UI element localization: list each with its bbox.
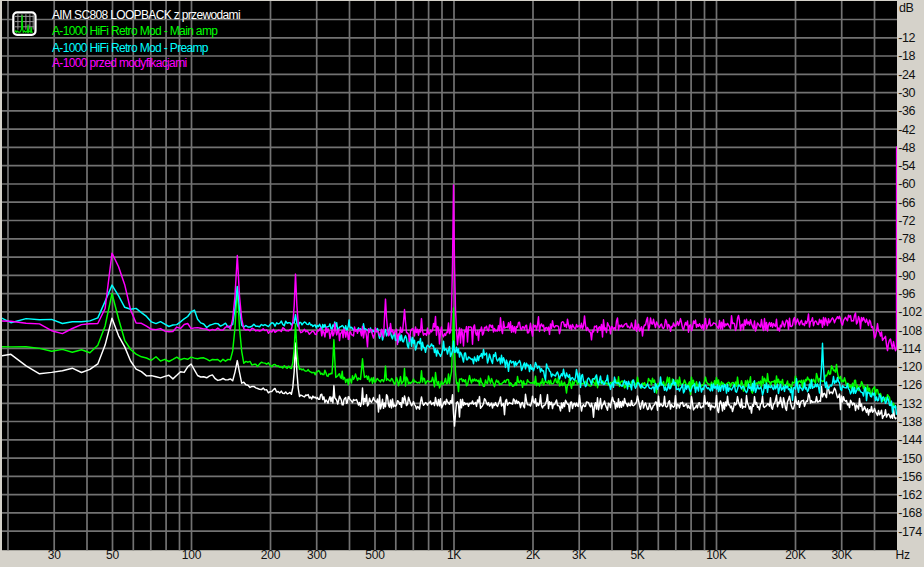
svg-text:-162: -162 (898, 488, 922, 502)
svg-text:30K: 30K (831, 548, 852, 562)
svg-text:-120: -120 (898, 360, 922, 374)
svg-text:-30: -30 (898, 86, 915, 100)
svg-text:3K: 3K (572, 548, 586, 562)
svg-text:-24: -24 (898, 68, 915, 82)
svg-text:5K: 5K (630, 548, 644, 562)
svg-text:1K: 1K (447, 548, 461, 562)
svg-text:-18: -18 (898, 49, 915, 63)
svg-text:-144: -144 (898, 433, 922, 447)
svg-text:-168: -168 (898, 506, 922, 520)
svg-text:-66: -66 (898, 196, 915, 210)
svg-text:AIM SC808 LOOPBACK z przewodam: AIM SC808 LOOPBACK z przewodami (52, 8, 240, 22)
svg-text:100: 100 (182, 548, 202, 562)
svg-text:-78: -78 (898, 232, 915, 246)
svg-text:50: 50 (106, 548, 119, 562)
svg-text:2K: 2K (526, 548, 540, 562)
svg-text:-48: -48 (898, 141, 915, 155)
svg-text:-36: -36 (898, 104, 915, 118)
svg-text:-12: -12 (898, 31, 915, 45)
svg-text:30: 30 (48, 548, 61, 562)
svg-text:-84: -84 (898, 251, 915, 265)
svg-text:-132: -132 (898, 397, 922, 411)
svg-text:-54: -54 (898, 159, 915, 173)
svg-text:-60: -60 (898, 177, 915, 191)
svg-text:-150: -150 (898, 452, 922, 466)
svg-text:A-1000 HiFi Retro Mod - Main a: A-1000 HiFi Retro Mod - Main amp (52, 24, 218, 38)
svg-text:-102: -102 (898, 305, 922, 319)
svg-text:Hz: Hz (896, 548, 910, 562)
svg-text:-42: -42 (898, 123, 915, 137)
svg-text:dB: dB (899, 1, 914, 15)
svg-text:300: 300 (307, 548, 327, 562)
svg-text:-72: -72 (898, 214, 915, 228)
svg-text:10K: 10K (706, 548, 727, 562)
svg-text:500: 500 (365, 548, 385, 562)
svg-text:-108: -108 (898, 324, 922, 338)
svg-text:200: 200 (261, 548, 281, 562)
svg-text:20K: 20K (785, 548, 806, 562)
svg-text:-96: -96 (898, 287, 915, 301)
svg-text:A-1000 przed modyfikacjami: A-1000 przed modyfikacjami (52, 56, 187, 70)
svg-text:A-1000 HiFi Retro Mod - Preamp: A-1000 HiFi Retro Mod - Preamp (52, 41, 209, 55)
svg-text:-126: -126 (898, 378, 922, 392)
svg-text:-174: -174 (898, 525, 922, 539)
svg-text:-90: -90 (898, 269, 915, 283)
svg-text:-156: -156 (898, 470, 922, 484)
svg-text:-114: -114 (898, 342, 921, 356)
svg-text:-138: -138 (898, 415, 922, 429)
